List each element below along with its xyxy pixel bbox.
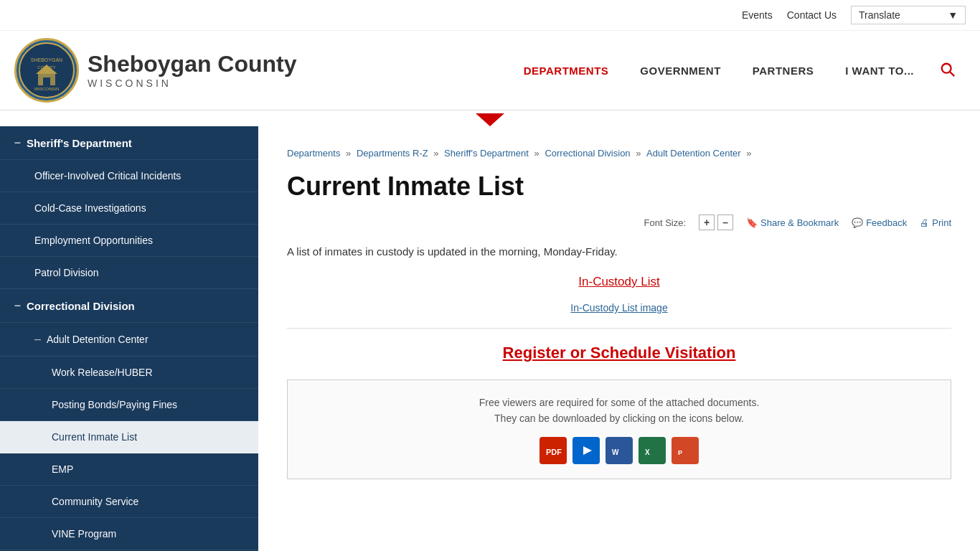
feedback-icon: 💬 xyxy=(852,217,863,228)
sidebar-item-cold-case[interactable]: Cold-Case Investigations xyxy=(0,192,258,225)
logo-svg: SHEBOYGAN COUNTY WISCONSIN xyxy=(18,42,75,99)
breadcrumb-sep: » xyxy=(346,148,354,159)
word-viewer-icon[interactable]: W xyxy=(606,437,633,464)
contact-link[interactable]: Contact Us xyxy=(787,9,837,21)
main-nav: DEPARTMENTS GOVERNMENT PARTNERS I WANT T… xyxy=(508,55,966,87)
sidebar-item-emp[interactable]: EMP xyxy=(0,453,258,486)
svg-text:SHEBOYGAN: SHEBOYGAN xyxy=(31,57,62,62)
content-body: A list of inmates in custody is updated … xyxy=(287,243,951,479)
breadcrumb-sep: » xyxy=(433,148,441,159)
page-title: Current Inmate List xyxy=(287,171,951,202)
breadcrumb-sheriffs[interactable]: Sheriff's Department xyxy=(444,148,529,159)
events-link[interactable]: Events xyxy=(742,9,773,21)
search-button[interactable] xyxy=(930,55,966,87)
top-bar: Events Contact Us Translate ▼ xyxy=(0,0,980,31)
breadcrumb-sep: » xyxy=(636,148,644,159)
breadcrumb: Departments » Departments R-Z » Sheriff'… xyxy=(287,148,951,159)
nav-departments[interactable]: DEPARTMENTS xyxy=(508,57,625,84)
font-increase-button[interactable]: + xyxy=(699,215,715,230)
sidebar-item-vine-program[interactable]: VINE Program xyxy=(0,518,258,550)
ppt-viewer-icon[interactable]: P xyxy=(672,437,699,464)
sidebar-item-community-service[interactable]: Community Service xyxy=(0,486,258,518)
sidebar-label: Sheriff's Department xyxy=(27,137,132,149)
svg-point-7 xyxy=(942,63,951,72)
svg-line-8 xyxy=(950,72,954,76)
nav-partners[interactable]: PARTNERS xyxy=(737,57,829,84)
sidebar-label: Adult Detention Center xyxy=(47,334,149,345)
content-divider xyxy=(287,328,951,329)
visitation-link[interactable]: Register or Schedule Visitation xyxy=(287,340,951,365)
share-bookmark-link[interactable]: 🔖 Share & Bookmark xyxy=(746,217,839,228)
translate-dropdown[interactable]: Translate ▼ xyxy=(851,6,966,24)
media-viewer-icon[interactable] xyxy=(573,437,600,464)
sidebar: – Sheriff's Department Officer-Involved … xyxy=(0,126,258,551)
sidebar-label: Officer-Involved Critical Incidents xyxy=(34,170,181,182)
breadcrumb-sep: » xyxy=(534,148,542,159)
breadcrumb-departments-rz[interactable]: Departments R-Z xyxy=(357,148,428,159)
sidebar-item-correctional[interactable]: – Correctional Division xyxy=(0,289,258,323)
pdf-viewer-icon[interactable]: PDF xyxy=(540,437,567,464)
print-icon: 🖨 xyxy=(920,217,929,228)
svg-text:WISCONSIN: WISCONSIN xyxy=(34,87,60,91)
nav-government[interactable]: GOVERNMENT xyxy=(624,57,737,84)
sidebar-item-sheriffs-dept[interactable]: – Sheriff's Department xyxy=(0,126,258,160)
excel-viewer-icon[interactable]: X xyxy=(639,437,666,464)
site-title: Sheboygan County WISCONSIN xyxy=(88,52,297,88)
print-link[interactable]: 🖨 Print xyxy=(920,217,951,228)
viewer-icons: PDF W xyxy=(302,437,936,464)
translate-chevron-icon: ▼ xyxy=(948,9,958,21)
share-icon: 🔖 xyxy=(746,217,758,228)
sidebar-label: Correctional Division xyxy=(27,300,135,312)
viewers-box: Free viewers are required for some of th… xyxy=(287,380,951,479)
svg-text:P: P xyxy=(678,449,682,456)
body-text: A list of inmates in custody is updated … xyxy=(287,243,951,260)
sidebar-label: EMP xyxy=(52,463,73,475)
breadcrumb-adult-detention[interactable]: Adult Detention Center xyxy=(646,148,741,159)
sidebar-label: Employment Opportunities xyxy=(34,235,153,246)
site-logo-link[interactable]: SHEBOYGAN COUNTY WISCONSIN Sheboygan Cou… xyxy=(14,38,297,103)
sidebar-item-posting-bonds[interactable]: Posting Bonds/Paying Fines xyxy=(0,389,258,421)
share-label: Share & Bookmark xyxy=(760,217,839,228)
font-size-label: Font Size: xyxy=(644,217,687,228)
sidebar-label: Work Release/HUBER xyxy=(52,367,153,378)
feedback-link[interactable]: 💬 Feedback xyxy=(852,217,907,228)
sidebar-label: Patrol Division xyxy=(34,267,98,278)
breadcrumb-correctional[interactable]: Correctional Division xyxy=(545,148,630,159)
svg-text:W: W xyxy=(612,448,619,456)
dash-icon: – xyxy=(14,299,21,312)
svg-text:X: X xyxy=(645,448,650,456)
sidebar-label: Posting Bonds/Paying Fines xyxy=(52,399,177,410)
dash-icon: – xyxy=(14,136,21,149)
sidebar-label: Community Service xyxy=(52,496,138,507)
viewers-text: Free viewers are required for some of th… xyxy=(302,395,936,427)
tools-row: Font Size: + – 🔖 Share & Bookmark 💬 Feed… xyxy=(287,215,951,230)
page-layout: – Sheriff's Department Officer-Involved … xyxy=(0,126,980,551)
print-label: Print xyxy=(932,217,951,228)
svg-text:PDF: PDF xyxy=(546,448,562,456)
feedback-label: Feedback xyxy=(866,217,907,228)
logo-circle: SHEBOYGAN COUNTY WISCONSIN xyxy=(14,38,79,103)
nav-indicator xyxy=(0,110,980,126)
search-icon xyxy=(940,62,956,77)
in-custody-link[interactable]: In-Custody List xyxy=(287,272,951,291)
breadcrumb-sep: » xyxy=(746,148,751,159)
font-size-controls: + – xyxy=(699,215,733,230)
sidebar-label: VINE Program xyxy=(52,528,116,540)
sidebar-item-patrol[interactable]: Patrol Division xyxy=(0,257,258,289)
header: SHEBOYGAN COUNTY WISCONSIN Sheboygan Cou… xyxy=(0,31,980,110)
translate-label: Translate xyxy=(859,9,900,21)
nav-i-want-to[interactable]: I WANT TO... xyxy=(829,57,930,84)
site-state: WISCONSIN xyxy=(88,77,297,89)
breadcrumb-departments[interactable]: Departments xyxy=(287,148,340,159)
in-custody-image[interactable]: In-Custody List image xyxy=(287,300,951,316)
main-content: Departments » Departments R-Z » Sheriff'… xyxy=(258,126,980,551)
font-decrease-button[interactable]: – xyxy=(717,215,733,230)
sidebar-item-officer-incidents[interactable]: Officer-Involved Critical Incidents xyxy=(0,160,258,192)
sidebar-item-work-release[interactable]: Work Release/HUBER xyxy=(0,357,258,389)
sidebar-item-adult-detention[interactable]: – Adult Detention Center xyxy=(0,323,258,357)
sidebar-label: Cold-Case Investigations xyxy=(34,202,146,214)
sidebar-label: Current Inmate List xyxy=(52,431,137,443)
dash-icon: – xyxy=(34,333,41,346)
sidebar-item-current-inmate[interactable]: Current Inmate List xyxy=(0,421,258,453)
sidebar-item-employment[interactable]: Employment Opportunities xyxy=(0,225,258,257)
